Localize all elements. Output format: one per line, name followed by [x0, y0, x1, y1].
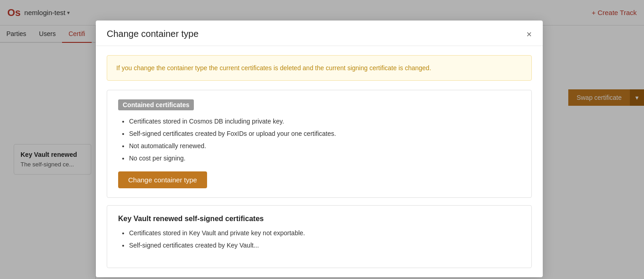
list-item: Self-signed certificates created by Key … — [129, 241, 520, 250]
contained-certificates-title: Contained certificates — [118, 99, 194, 110]
warning-text: If you change the container type the cur… — [116, 64, 431, 72]
modal-body: If you change the container type the cur… — [96, 46, 543, 277]
change-container-type-button[interactable]: Change container type — [118, 171, 207, 188]
warning-box: If you change the container type the cur… — [107, 55, 532, 81]
change-container-type-modal: Change container type × If you change th… — [96, 21, 543, 277]
keyvault-section: Key Vault renewed self-signed certificat… — [107, 205, 532, 268]
list-item: Not automatically renewed. — [129, 141, 520, 151]
contained-certificates-list: Certificates stored in Cosmos DB includi… — [118, 117, 520, 163]
keyvault-list: Certificates stored in Key Vault and pri… — [118, 228, 520, 250]
list-item: Certificates stored in Cosmos DB includi… — [129, 117, 520, 126]
modal-header: Change container type × — [96, 21, 543, 46]
list-item: Self-signed certificates created by FoxI… — [129, 129, 520, 139]
contained-certificates-section: Contained certificates Certificates stor… — [107, 90, 532, 198]
keyvault-section-title: Key Vault renewed self-signed certificat… — [118, 215, 520, 223]
modal-close-button[interactable]: × — [526, 30, 532, 39]
list-item: Certificates stored in Key Vault and pri… — [129, 228, 520, 238]
modal-title: Change container type — [107, 29, 198, 39]
list-item: No cost per signing. — [129, 154, 520, 163]
